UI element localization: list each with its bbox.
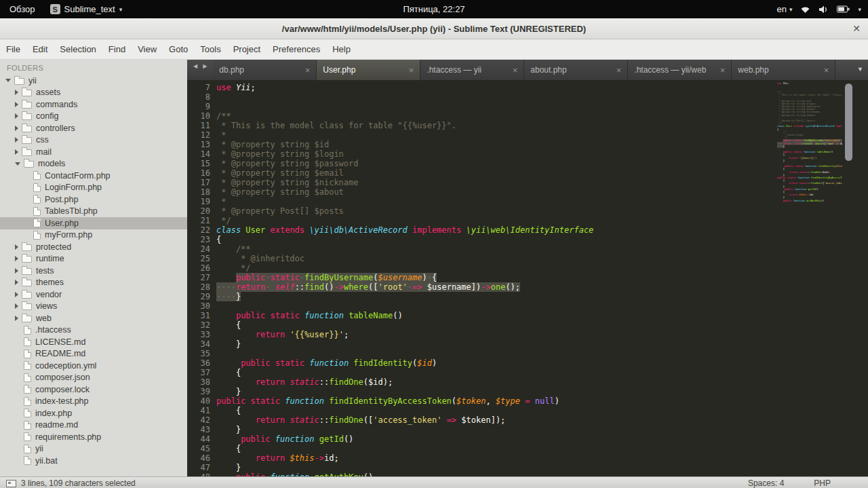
file-item-yii.bat[interactable]: yii.bat [0, 455, 187, 467]
folder-item-vendor[interactable]: vendor [0, 288, 187, 301]
tab-close-icon[interactable]: × [720, 65, 726, 75]
file-item-composer.lock[interactable]: composer.lock [0, 383, 187, 396]
folder-item-yii[interactable]: yii [0, 75, 187, 87]
folder-item-views[interactable]: views [0, 301, 187, 313]
volume-icon[interactable] [818, 5, 829, 14]
menu-find[interactable]: Find [102, 39, 132, 59]
code-line-16[interactable]: * @property string $email [216, 168, 868, 178]
file-item-README.md[interactable]: README.md [0, 348, 187, 360]
wifi-icon[interactable] [800, 5, 810, 14]
tab-db.php[interactable]: db.php× [213, 60, 317, 80]
code-line-12[interactable]: * [216, 130, 868, 140]
folder-item-runtime[interactable]: runtime [0, 253, 187, 265]
code-line-48[interactable]: public function getAuthKey() [216, 472, 868, 476]
code-line-15[interactable]: * @property string $password [216, 159, 868, 168]
file-item-readme.md[interactable]: readme.md [0, 419, 187, 432]
code-editor[interactable]: 7891011121314151617181920212223242526272… [187, 80, 868, 476]
clock[interactable]: Пятница, 22:27 [0, 4, 868, 14]
expand-arrow-icon[interactable] [15, 303, 18, 309]
menu-goto[interactable]: Goto [163, 39, 194, 59]
tab-.htaccess-—-yii[interactable]: .htaccess — yii× [420, 60, 524, 80]
expand-arrow-icon[interactable] [15, 256, 18, 261]
file-item-codeception.yml[interactable]: codeception.yml [0, 360, 187, 372]
code-line-13[interactable]: * @property string $id [216, 140, 868, 149]
code-line-29[interactable]: ····} [216, 292, 868, 301]
code-line-30[interactable] [216, 301, 868, 311]
code-line-33[interactable]: return '{{%user}}'; [216, 330, 868, 339]
minimap[interactable]: use Yii;/** * This is the model class fo… [777, 82, 842, 476]
code-line-7[interactable]: use Yii; [216, 83, 868, 92]
folder-item-mail[interactable]: mail [0, 146, 187, 158]
folder-item-controllers[interactable]: controllers [0, 122, 187, 134]
code-line-39[interactable]: } [216, 387, 868, 396]
tab-close-icon[interactable]: × [824, 65, 829, 75]
tab-User.php[interactable]: User.php× [317, 60, 420, 80]
battery-icon[interactable] [837, 5, 850, 13]
expand-arrow-icon[interactable] [15, 149, 18, 155]
tab-about.php[interactable]: about.php× [524, 60, 628, 80]
code-line-26[interactable]: */ [216, 263, 868, 273]
file-item-LICENSE.md[interactable]: LICENSE.md [0, 336, 187, 348]
code-line-42[interactable]: return static::findOne(['access_token' =… [216, 415, 868, 425]
file-item-requirements.php[interactable]: requirements.php [0, 431, 187, 443]
code-line-27[interactable]: public·static·findByUsername($username)·… [216, 273, 868, 282]
folder-item-tests[interactable]: tests [0, 265, 187, 277]
code-line-28[interactable]: ····return· self::find()->where(['root'·… [216, 282, 868, 292]
collapse-arrow-icon[interactable] [15, 162, 20, 166]
code-line-35[interactable] [216, 349, 868, 358]
code-line-11[interactable]: * This is the model class for table "{{%… [216, 121, 868, 130]
activities-button[interactable]: Обзор [0, 0, 45, 18]
system-menu-chevron-icon[interactable]: ▾ [858, 6, 861, 13]
code-line-20[interactable]: * @property Post[] $posts [216, 206, 868, 216]
code-line-40[interactable]: public static function findIdentityByAcc… [216, 396, 868, 406]
tab-close-icon[interactable]: × [305, 65, 311, 75]
expand-arrow-icon[interactable] [15, 244, 18, 250]
code-line-9[interactable] [216, 102, 868, 111]
code-line-10[interactable]: /** [216, 111, 868, 121]
code-line-21[interactable]: */ [216, 216, 868, 225]
code-line-17[interactable]: * @property string $nickname [216, 178, 868, 187]
file-item-User.php[interactable]: User.php [0, 217, 187, 229]
code-line-37[interactable]: { [216, 368, 868, 377]
menu-edit[interactable]: Edit [26, 39, 54, 59]
window-titlebar[interactable]: /var/www/html/yii/models/User.php (yii) … [0, 18, 868, 39]
status-panel-icon[interactable] [6, 480, 16, 487]
indent-setting[interactable]: Spaces: 4 [748, 478, 784, 488]
tab-web.php[interactable]: web.php× [732, 60, 835, 80]
file-item-index-test.php[interactable]: index-test.php [0, 396, 187, 408]
folder-item-protected[interactable]: protected [0, 241, 187, 253]
file-item-Post.php[interactable]: Post.php [0, 193, 187, 206]
code-area[interactable]: use Yii;/** * This is the model class fo… [210, 80, 868, 476]
folder-item-css[interactable]: css [0, 134, 187, 147]
code-line-31[interactable]: public static function tableName() [216, 311, 868, 320]
tab-close-icon[interactable]: × [409, 65, 414, 75]
expand-arrow-icon[interactable] [15, 280, 18, 285]
code-line-44[interactable]: public function getId() [216, 434, 868, 444]
code-line-38[interactable]: return static::findOne($id); [216, 377, 868, 387]
code-line-8[interactable] [216, 92, 868, 102]
folder-item-commands[interactable]: commands [0, 98, 187, 111]
expand-arrow-icon[interactable] [15, 113, 18, 119]
window-close-button[interactable]: ✕ [852, 18, 861, 39]
editor-vertical-scrollbar[interactable] [845, 83, 852, 161]
file-item-TablesTbl.php[interactable]: TablesTbl.php [0, 206, 187, 218]
menu-selection[interactable]: Selection [54, 39, 102, 59]
folder-item-themes[interactable]: themes [0, 277, 187, 289]
keyboard-layout-indicator[interactable]: en ▾ [776, 4, 792, 14]
file-item-ContactForm.php[interactable]: ContactForm.php [0, 170, 187, 182]
code-line-45[interactable]: { [216, 444, 868, 453]
code-line-43[interactable]: } [216, 425, 868, 434]
code-line-18[interactable]: * @property string $about [216, 187, 868, 197]
app-menu-button[interactable]: S Sublime_text ▾ [45, 0, 128, 18]
expand-arrow-icon[interactable] [15, 137, 18, 143]
folder-item-web[interactable]: web [0, 312, 187, 324]
menu-project[interactable]: Project [227, 39, 267, 59]
code-line-41[interactable]: { [216, 406, 868, 415]
expand-arrow-icon[interactable] [15, 90, 18, 95]
folder-item-config[interactable]: config [0, 111, 187, 123]
code-line-23[interactable]: { [216, 235, 868, 244]
menu-preferences[interactable]: Preferences [267, 39, 326, 59]
code-line-32[interactable]: { [216, 320, 868, 330]
code-line-34[interactable]: } [216, 339, 868, 349]
collapse-arrow-icon[interactable] [5, 79, 11, 82]
